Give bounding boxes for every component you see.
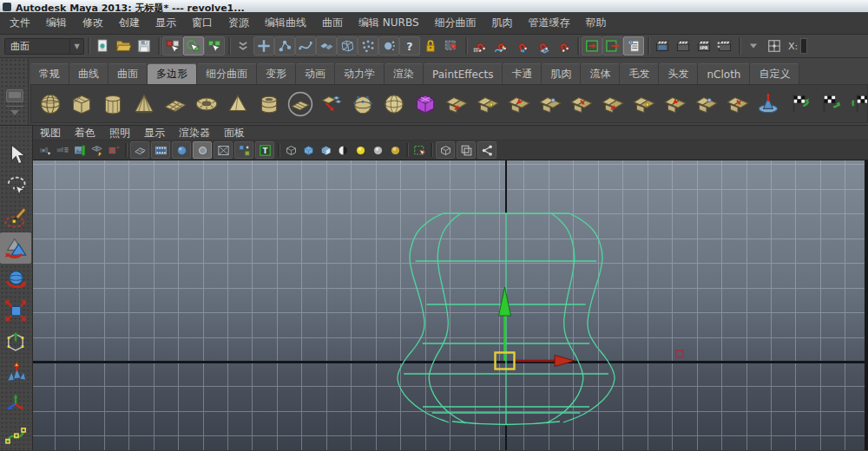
output-connections-button[interactable] (602, 36, 623, 56)
tri-down-button[interactable] (743, 36, 764, 56)
pt-cam-attrs-button[interactable] (53, 141, 70, 159)
menu-11[interactable]: 肌肉 (484, 12, 521, 34)
poly-plane-selected-icon[interactable] (285, 88, 316, 121)
pt-bookmark-button[interactable] (70, 141, 88, 159)
mask-rendering-button[interactable] (378, 36, 399, 56)
toolbar-separator[interactable] (736, 36, 742, 56)
flag-check-1-icon[interactable] (785, 88, 816, 121)
scale-tool[interactable] (0, 295, 31, 326)
menu-13[interactable]: 帮助 (578, 12, 615, 34)
pt-tex-button[interactable]: T (255, 141, 274, 159)
menu-10[interactable]: 细分曲面 (427, 12, 484, 34)
highlight-selection-button[interactable] (441, 36, 462, 56)
toolbar-separator[interactable] (155, 36, 161, 56)
shelf-menu-button[interactable] (6, 89, 23, 102)
menu-5[interactable]: 窗口 (184, 12, 220, 34)
poly-torus-icon[interactable] (191, 88, 222, 121)
pt-xray-button[interactable] (214, 141, 233, 159)
poly-sphere-icon[interactable] (35, 88, 66, 121)
snap-grid-button[interactable] (470, 36, 490, 56)
flag-check-3-icon[interactable] (847, 88, 868, 121)
subdiv-cube-icon[interactable] (410, 88, 441, 121)
mask-joints-button[interactable] (274, 36, 295, 56)
pt-film-target-button[interactable] (105, 141, 122, 159)
poly-edit-8-icon[interactable] (660, 88, 691, 121)
pt-cube-wire-button[interactable] (282, 141, 299, 159)
lock-selection-button[interactable] (420, 36, 441, 56)
shelf-tab-0[interactable]: 常规 (30, 63, 69, 84)
poly-cylinder-icon[interactable] (97, 88, 128, 121)
mask-handles-button[interactable] (253, 36, 274, 56)
poly-edit-7-icon[interactable] (628, 88, 660, 121)
mask-lattices-button[interactable] (337, 36, 358, 56)
pt-sphere-button[interactable] (172, 141, 191, 159)
mask-surfaces-button[interactable] (316, 36, 337, 56)
panel-menu-0[interactable]: 视图 (33, 126, 68, 141)
pt-light-yellow-button[interactable] (352, 141, 369, 159)
menu-1[interactable]: 编辑 (38, 12, 75, 34)
menu-4[interactable]: 显示 (148, 12, 184, 34)
select-component-button[interactable] (204, 36, 225, 56)
menu-9[interactable]: 编辑 NURBS (351, 12, 427, 34)
shelf-tab-1[interactable]: 曲线 (69, 63, 108, 84)
window-titlebar[interactable]: Autodesk Maya 2013: 无标题* --- revolve1... (0, 0, 868, 12)
shelf-tab-16[interactable]: 自定义 (750, 63, 799, 84)
shelf-tab-4[interactable]: 细分曲面 (197, 63, 257, 84)
poly-reduce-icon[interactable] (316, 88, 347, 121)
shelf-tab-5[interactable]: 变形 (257, 63, 296, 84)
menu-8[interactable]: 曲面 (314, 12, 351, 34)
toolbar-separator[interactable] (463, 36, 469, 56)
shelf-tab-6[interactable]: 动画 (296, 63, 335, 84)
panel-menu-5[interactable]: 面板 (217, 126, 252, 141)
selection-mode-dropdown[interactable]: 曲面▼ (4, 38, 84, 55)
snap-plane-button[interactable] (532, 36, 553, 56)
panel-menu-1[interactable]: 着色 (68, 126, 102, 141)
open-scene-button[interactable] (113, 36, 134, 56)
select-object-button[interactable] (183, 36, 204, 56)
select-hierarchy-button[interactable] (162, 36, 183, 56)
pt-multi-button[interactable] (234, 141, 253, 159)
dropdown-arrow-icon[interactable]: ▼ (69, 39, 83, 54)
mask-help-button[interactable]: ? (399, 36, 420, 56)
last-tool[interactable] (0, 420, 31, 451)
poly-edit-1-icon[interactable] (441, 88, 472, 121)
universal-manipulator-tool[interactable] (0, 326, 31, 357)
save-scene-button[interactable] (134, 36, 155, 56)
poly-edit-5-icon[interactable] (566, 88, 597, 121)
pt-cube-blue-button[interactable] (299, 141, 317, 159)
snap-magnet-button[interactable] (553, 36, 574, 56)
shelf-tab-13[interactable]: 毛发 (620, 63, 659, 84)
poly-cube-icon[interactable] (66, 88, 97, 121)
pt-cube-dark-button[interactable] (436, 141, 455, 159)
poly-edit-4-icon[interactable] (535, 88, 566, 121)
shelf-tab-12[interactable]: 流体 (581, 63, 620, 84)
lasso-tool[interactable] (0, 170, 31, 201)
poly-smooth-icon[interactable] (378, 88, 410, 121)
shelf-tab-11[interactable]: 肌肉 (542, 63, 581, 84)
poly-verts-icon[interactable] (347, 88, 378, 121)
move-tool[interactable] (0, 232, 31, 264)
shelf-tab-3[interactable]: 多边形 (148, 63, 197, 84)
panel-menu-3[interactable]: 显示 (137, 126, 172, 141)
render-current-button[interactable] (673, 36, 694, 56)
absolute-transform-button[interactable] (764, 36, 785, 56)
snap-curve-button[interactable] (490, 36, 511, 56)
shelf-tab-2[interactable]: 曲面 (108, 63, 148, 84)
x-coordinate-field[interactable] (800, 38, 807, 54)
expand-chevrons-button[interactable] (233, 36, 253, 56)
pt-isolate-button[interactable] (411, 141, 428, 159)
pt-light-gray-button[interactable] (369, 141, 386, 159)
menu-2[interactable]: 修改 (75, 12, 111, 34)
mask-clusters-button[interactable] (358, 36, 378, 56)
pt-checker-button[interactable] (334, 141, 352, 159)
snap-point-button[interactable] (511, 36, 532, 56)
pt-share-button[interactable] (477, 141, 496, 159)
pt-cube-tex-button[interactable] (317, 141, 334, 159)
shelf-tab-8[interactable]: 渲染 (385, 63, 424, 84)
mask-curves-button[interactable] (295, 36, 316, 56)
toolbar-separator[interactable] (226, 36, 232, 56)
construction-history-button[interactable] (623, 36, 644, 56)
menu-7[interactable]: 编辑曲线 (257, 12, 314, 34)
pt-grid-pencil-button[interactable] (88, 141, 105, 159)
poly-plane-icon[interactable] (160, 88, 191, 121)
